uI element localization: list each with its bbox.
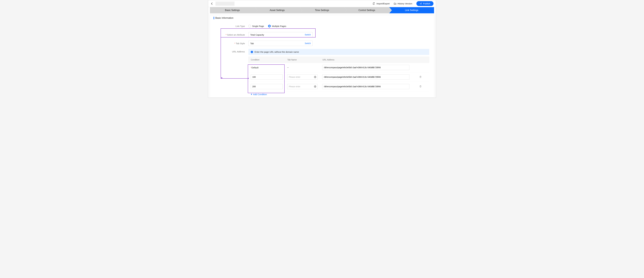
delete-row-button[interactable]: [419, 76, 422, 78]
send-icon: [420, 3, 422, 5]
radio-icon: [268, 25, 271, 27]
import-export-label: Import/Export: [376, 2, 390, 5]
step-control-settings[interactable]: Control Settings: [344, 7, 389, 13]
globe-icon[interactable]: [314, 85, 316, 88]
select-attribute-input[interactable]: Total Capacity Switch: [248, 32, 313, 37]
plus-icon: +: [251, 93, 252, 96]
add-condition-button[interactable]: + Add Condition: [248, 91, 429, 96]
publish-button[interactable]: Publish: [416, 1, 434, 6]
row-link-type: Link Type Single Page Multiple Pages: [215, 22, 429, 30]
step-tabs: Basic Settings Asset Settings Time Setti…: [208, 7, 436, 13]
step-link-settings[interactable]: Link Settings: [389, 7, 434, 13]
radio-multiple-label: Multiple Pages: [272, 25, 286, 27]
header-condition: Condition: [248, 57, 285, 63]
page-title-placeholder: [216, 2, 234, 6]
radio-multiple-pages[interactable]: Multiple Pages: [268, 25, 286, 27]
row-select-attribute: *Select an Attribute Total Capacity Swit…: [215, 30, 429, 39]
trash-icon: [419, 85, 422, 88]
row-tab-style: *Tab Style Tab Switch: [215, 39, 429, 47]
tab-style-label: *Tab Style: [215, 42, 248, 45]
arrow-left-icon: [210, 2, 214, 5]
step-basic-settings[interactable]: Basic Settings: [210, 7, 255, 13]
globe-icon[interactable]: [314, 76, 316, 78]
tab-style-value: Tab: [250, 42, 254, 45]
trash-icon: [419, 76, 422, 78]
step-time-settings[interactable]: Time Settings: [300, 7, 344, 13]
step-asset-settings[interactable]: Asset Settings: [255, 7, 300, 13]
default-url-input[interactable]: [322, 65, 409, 70]
url-address-label: URL Address: [215, 49, 248, 53]
row-url-address: URL Address i Enter the page URL without…: [215, 47, 429, 96]
switch-link-tab-style[interactable]: Switch: [305, 42, 311, 45]
import-export-button[interactable]: Import/Export: [373, 2, 390, 5]
section-title: Basic Information: [210, 15, 434, 21]
content-area: Basic Information Link Type: [208, 13, 436, 98]
radio-icon: [248, 25, 251, 27]
select-attribute-label: *Select an Attribute: [215, 34, 248, 36]
import-export-icon: [373, 2, 375, 5]
header-tab-name: Tab Name: [285, 57, 320, 63]
section-title-text: Basic Information: [215, 17, 234, 19]
url-table: Condition Tab Name URL Address *Default: [248, 57, 429, 96]
default-condition-label: *Default: [251, 66, 258, 69]
back-button[interactable]: [209, 1, 214, 6]
tab-name-input[interactable]: [287, 74, 318, 80]
table-row: [248, 82, 429, 91]
url-input[interactable]: [322, 84, 409, 89]
header-url: URL Address: [320, 57, 412, 63]
url-input[interactable]: [322, 74, 409, 80]
default-tab-value: --: [285, 66, 320, 69]
link-type-label: Link Type: [215, 25, 248, 27]
condition-input[interactable]: [251, 84, 282, 89]
select-attribute-value: Total Capacity: [250, 34, 264, 36]
radio-single-page[interactable]: Single Page: [248, 25, 264, 27]
info-icon: i: [251, 51, 253, 53]
tab-style-input[interactable]: Tab Switch: [248, 41, 313, 46]
folder-icon: [394, 2, 396, 5]
publish-label: Publish: [423, 2, 430, 5]
topbar: Import/Export History Version Publish: [208, 0, 436, 7]
info-banner: i Enter the page URL without the domain …: [248, 49, 429, 55]
url-table-header: Condition Tab Name URL Address: [248, 57, 429, 63]
tab-name-input[interactable]: [287, 84, 318, 89]
add-condition-label: Add Condition: [253, 93, 267, 96]
history-version-label: History Version: [398, 2, 412, 5]
delete-row-button[interactable]: [419, 85, 422, 88]
table-row-default: *Default --: [248, 63, 429, 72]
link-type-radio-group: Single Page Multiple Pages: [248, 25, 286, 27]
radio-single-label: Single Page: [252, 25, 264, 27]
panel: Basic Information Link Type: [210, 15, 434, 97]
history-version-button[interactable]: History Version: [394, 2, 412, 5]
condition-input[interactable]: [251, 74, 282, 80]
table-row: [248, 72, 429, 82]
switch-link-attribute[interactable]: Switch: [305, 34, 311, 36]
info-text: Enter the page URL without the domain na…: [254, 51, 299, 53]
